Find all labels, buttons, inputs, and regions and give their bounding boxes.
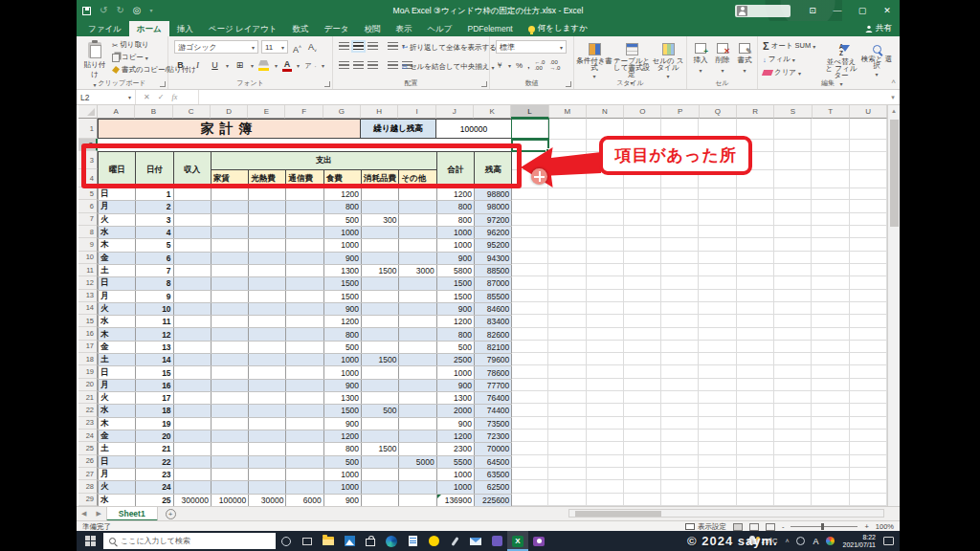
cell[interactable]: [249, 201, 286, 213]
column-header-K[interactable]: K: [474, 105, 511, 119]
cell[interactable]: 1000: [436, 481, 474, 494]
cell[interactable]: [399, 316, 436, 328]
cell[interactable]: [173, 379, 211, 391]
cell[interactable]: 11: [136, 316, 173, 328]
cell[interactable]: [173, 239, 211, 252]
cell[interactable]: [211, 443, 248, 455]
zoom-in-button[interactable]: +: [864, 522, 868, 531]
cell[interactable]: [362, 290, 399, 302]
vertical-scrollbar[interactable]: ▲: [887, 105, 900, 506]
cell[interactable]: [286, 430, 323, 442]
cell[interactable]: [286, 201, 323, 213]
ribbon-display-options-icon[interactable]: ⊡: [800, 0, 825, 21]
cell[interactable]: 金: [99, 430, 136, 442]
cortana-icon[interactable]: [276, 531, 297, 551]
cell[interactable]: 木: [99, 417, 136, 430]
cell[interactable]: 2500: [436, 354, 474, 366]
column-header-U[interactable]: U: [850, 105, 887, 119]
cell[interactable]: [362, 239, 399, 252]
tab-insert[interactable]: 挿入: [169, 21, 201, 36]
cell[interactable]: 800: [436, 328, 474, 341]
tab-formulas[interactable]: 数式: [284, 21, 316, 36]
cell[interactable]: 500: [323, 455, 361, 468]
align-right-icon[interactable]: [368, 61, 378, 70]
excel-icon[interactable]: X: [507, 531, 528, 551]
cell[interactable]: 900: [323, 302, 361, 315]
increase-font-icon[interactable]: A˄: [291, 41, 303, 54]
cell[interactable]: [286, 468, 323, 480]
cell[interactable]: [362, 366, 399, 379]
cell[interactable]: [211, 341, 248, 353]
cell[interactable]: 1000: [436, 468, 474, 480]
cell[interactable]: 水: [99, 226, 136, 238]
cell[interactable]: 土: [99, 443, 136, 455]
cell[interactable]: 73500: [475, 417, 512, 430]
row-header-29[interactable]: 29: [78, 494, 98, 506]
cell[interactable]: [249, 405, 286, 417]
cell[interactable]: 月: [99, 201, 136, 213]
cell[interactable]: [249, 302, 286, 315]
cell[interactable]: 13: [136, 341, 173, 353]
cell[interactable]: [286, 455, 323, 468]
cell[interactable]: [211, 468, 248, 480]
cell[interactable]: 1500: [362, 443, 399, 455]
cell[interactable]: [173, 481, 211, 494]
decrease-indent-icon[interactable]: [388, 61, 398, 70]
cell[interactable]: 300: [362, 213, 399, 226]
cell[interactable]: 97200: [475, 213, 512, 226]
cell[interactable]: [286, 328, 323, 341]
cell[interactable]: [362, 379, 399, 391]
cell[interactable]: 24: [136, 481, 173, 494]
cell[interactable]: [362, 455, 399, 468]
zoom-level[interactable]: 100%: [876, 522, 894, 531]
cell[interactable]: 100000: [211, 494, 248, 506]
zoom-out-button[interactable]: -: [782, 522, 785, 531]
cell[interactable]: 800: [436, 213, 474, 226]
cell[interactable]: [249, 379, 286, 391]
column-header-B[interactable]: B: [135, 105, 172, 119]
cell[interactable]: [249, 455, 286, 468]
cell[interactable]: 25: [136, 494, 173, 506]
column-header-S[interactable]: S: [774, 105, 812, 119]
cell[interactable]: 63500: [475, 468, 512, 480]
font-dialog-launcher[interactable]: [324, 81, 330, 87]
tab-home[interactable]: ホーム: [129, 21, 169, 36]
restore-button[interactable]: ▢: [850, 0, 875, 21]
vertical-scroll-thumb[interactable]: [890, 120, 899, 227]
cell[interactable]: [362, 392, 399, 405]
cell[interactable]: [286, 226, 323, 238]
cell[interactable]: [211, 239, 248, 252]
row-header-19[interactable]: 19: [78, 365, 98, 378]
row-header-25[interactable]: 25: [78, 442, 98, 454]
taskbar-clock[interactable]: 8:222021/07/11: [842, 534, 876, 549]
row-header-24[interactable]: 24: [78, 430, 98, 442]
cell[interactable]: [249, 443, 286, 455]
cell[interactable]: 1500: [436, 290, 474, 302]
cell[interactable]: [211, 392, 248, 405]
cell[interactable]: 木: [99, 239, 136, 252]
tab-view[interactable]: 表示: [388, 21, 419, 36]
carryover-value-cell[interactable]: 100000: [436, 119, 512, 139]
cell[interactable]: [399, 417, 436, 430]
cell[interactable]: [362, 481, 399, 494]
cell[interactable]: [362, 494, 399, 506]
cell[interactable]: [286, 392, 323, 405]
cell[interactable]: [399, 239, 436, 252]
column-header-N[interactable]: N: [587, 105, 624, 119]
cell[interactable]: 83400: [475, 316, 512, 328]
column-header-M[interactable]: M: [549, 105, 587, 119]
cell[interactable]: [399, 468, 436, 480]
cell[interactable]: [286, 481, 323, 494]
cell[interactable]: 800: [323, 443, 361, 455]
cell[interactable]: [286, 354, 323, 366]
store-icon[interactable]: [360, 531, 381, 551]
row-header-7[interactable]: 7: [78, 213, 98, 226]
file-explorer-icon[interactable]: [318, 531, 339, 551]
row-header-10[interactable]: 10: [78, 252, 98, 264]
cell[interactable]: [362, 188, 399, 201]
merge-center-button[interactable]: ⊟セルを結合して中央揃え▾: [402, 62, 494, 72]
cell[interactable]: 1200: [436, 188, 474, 201]
cell[interactable]: 17: [136, 392, 173, 405]
close-button[interactable]: ✕: [875, 0, 900, 21]
cell[interactable]: 30000: [249, 494, 286, 506]
